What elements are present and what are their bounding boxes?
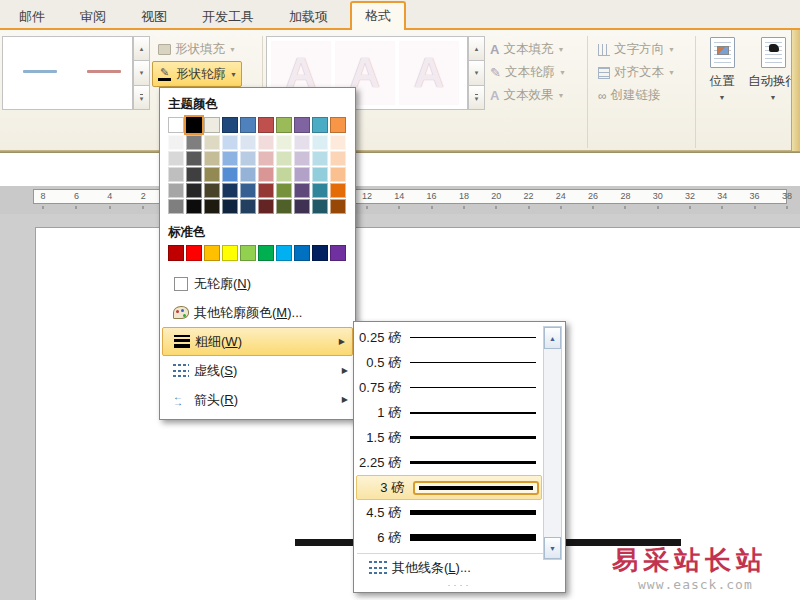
theme-color-tint[interactable] [222,151,238,166]
theme-color-tint[interactable] [258,199,274,214]
weight-option[interactable]: 1.5 磅 [354,425,540,450]
theme-color-tint[interactable] [312,183,328,198]
theme-color-tint[interactable] [204,167,220,182]
theme-color-tint[interactable] [258,135,274,150]
ribbon-tab[interactable]: 邮件 [6,4,58,30]
theme-color-tint[interactable] [312,151,328,166]
ribbon-tab[interactable]: 加载项 [276,4,341,30]
gallery-more-button[interactable]: ▾ [133,86,150,110]
theme-color-tint[interactable] [222,167,238,182]
theme-color-tint[interactable] [294,199,310,214]
theme-color-tint[interactable] [186,135,202,150]
weight-option[interactable]: 0.75 磅 [354,375,540,400]
theme-color-tint[interactable] [186,167,202,182]
weight-item[interactable]: 粗细(W)▶ [162,327,353,356]
ribbon-tab[interactable]: 视图 [128,4,180,30]
theme-color-tint[interactable] [204,135,220,150]
theme-color-tint[interactable] [312,199,328,214]
theme-color-swatch[interactable] [222,117,238,133]
theme-color-swatch[interactable] [312,117,328,133]
standard-color-swatch[interactable] [294,245,310,261]
ribbon-tab[interactable]: 审阅 [67,4,119,30]
theme-color-tint[interactable] [294,135,310,150]
text-outline-button[interactable]: ✎ 文本轮廓 ▼ [486,62,570,83]
theme-color-tint[interactable] [222,199,238,214]
ribbon-tab[interactable]: 开发工具 [189,4,267,30]
theme-color-tint[interactable] [222,183,238,198]
standard-color-swatch[interactable] [168,245,184,261]
theme-color-tint[interactable] [186,151,202,166]
theme-color-tint[interactable] [186,199,202,214]
weight-option[interactable]: 3 磅 [356,475,542,500]
arrows-item[interactable]: ←→箭头(R)▶ [160,385,355,414]
theme-color-tint[interactable] [312,135,328,150]
weight-option[interactable]: 4.5 磅 [354,500,540,525]
theme-color-swatch[interactable] [204,117,220,133]
theme-color-tint[interactable] [294,151,310,166]
theme-color-tint[interactable] [276,167,292,182]
standard-color-swatch[interactable] [186,245,202,261]
theme-color-swatch[interactable] [240,117,256,133]
theme-color-tint[interactable] [258,167,274,182]
theme-color-tint[interactable] [276,199,292,214]
weight-option[interactable]: 0.5 磅 [354,350,540,375]
text-direction-button[interactable]: 文字方向 ▼ [594,39,679,60]
theme-color-tint[interactable] [294,167,310,182]
standard-color-swatch[interactable] [276,245,292,261]
position-button[interactable]: 位置 ▼ [698,34,746,114]
theme-color-swatch[interactable] [186,117,202,133]
theme-color-tint[interactable] [330,199,346,214]
theme-color-tint[interactable] [168,199,184,214]
weight-option[interactable]: 1 磅 [354,400,540,425]
no-outline-item[interactable]: 无轮廓(N) [160,269,355,298]
theme-color-tint[interactable] [312,167,328,182]
theme-color-tint[interactable] [240,167,256,182]
theme-color-tint[interactable] [240,199,256,214]
create-link-button[interactable]: ∞ 创建链接 [594,85,665,106]
submenu-scrollbar[interactable]: ▲ ▼ [543,326,562,560]
theme-color-tint[interactable] [204,151,220,166]
theme-color-tint[interactable] [240,151,256,166]
standard-color-swatch[interactable] [312,245,328,261]
theme-color-swatch[interactable] [276,117,292,133]
standard-color-swatch[interactable] [258,245,274,261]
theme-color-tint[interactable] [276,151,292,166]
weight-option[interactable]: 2.25 磅 [354,450,540,475]
theme-color-swatch[interactable] [330,117,346,133]
theme-color-tint[interactable] [204,183,220,198]
standard-color-swatch[interactable] [240,245,256,261]
gallery-more-button[interactable]: ▾ [468,86,485,110]
theme-color-tint[interactable] [258,183,274,198]
theme-color-swatch[interactable] [258,117,274,133]
theme-color-tint[interactable] [258,151,274,166]
theme-color-tint[interactable] [168,151,184,166]
theme-color-tint[interactable] [168,167,184,182]
theme-color-tint[interactable] [276,183,292,198]
theme-color-tint[interactable] [330,167,346,182]
theme-color-tint[interactable] [330,183,346,198]
more-outline-colors-item[interactable]: 其他轮廓颜色(M)... [160,298,355,327]
standard-color-swatch[interactable] [204,245,220,261]
shape-fill-button[interactable]: 形状填充 ▼ [154,39,240,60]
dashes-item[interactable]: 虚线(S)▶ [160,356,355,385]
theme-color-tint[interactable] [168,183,184,198]
shape-style-preview-blue[interactable] [23,70,57,73]
more-lines-item[interactable]: 其他线条(L)... [354,554,565,581]
gallery-scroll-down-button[interactable]: ▾ [133,61,150,85]
wordart-sample[interactable]: A [399,41,459,105]
theme-color-swatch[interactable] [168,117,184,133]
theme-color-tint[interactable] [186,183,202,198]
shape-style-gallery[interactable] [2,36,133,110]
gallery-scroll-up-button[interactable]: ▴ [133,36,150,61]
weight-option[interactable]: 6 磅 [354,525,540,550]
scroll-down-icon[interactable]: ▼ [544,537,561,559]
theme-color-tint[interactable] [330,135,346,150]
gallery-scroll-up-button[interactable]: ▴ [468,36,485,61]
text-effects-button[interactable]: A 文本效果 ▼ [486,85,568,106]
theme-color-tint[interactable] [204,199,220,214]
weight-option[interactable]: 0.25 磅 [354,325,540,350]
ribbon-tab[interactable]: 格式 [350,1,406,30]
theme-color-tint[interactable] [222,135,238,150]
shape-style-preview-red[interactable] [87,70,121,73]
standard-color-swatch[interactable] [222,245,238,261]
